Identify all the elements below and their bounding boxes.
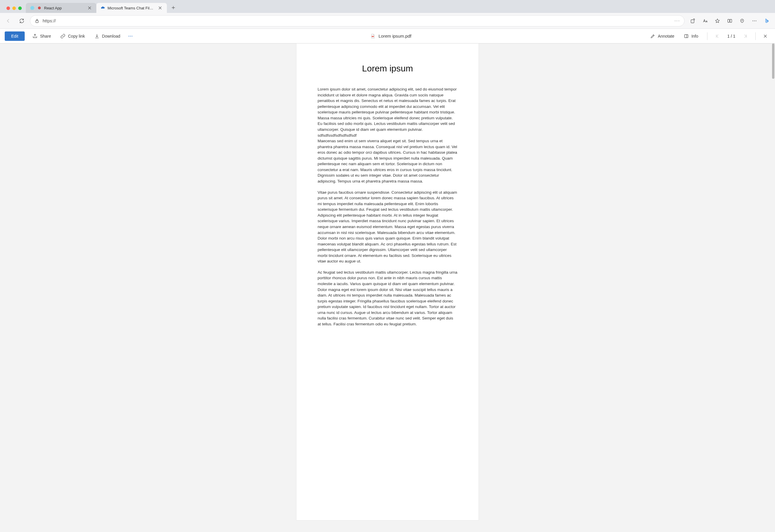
collections-button[interactable] [737, 16, 747, 26]
arrow-left-icon [5, 18, 11, 24]
browser-tab-active[interactable]: Microsoft Teams Chat Files - O [96, 3, 167, 13]
doc-paragraph: Lorem ipsum dolor sit amet, consectetur … [317, 86, 458, 184]
svg-point-14 [132, 36, 132, 36]
info-panel-icon [684, 33, 689, 39]
address-url: https:// [43, 18, 672, 23]
svg-point-4 [38, 7, 41, 9]
react-favicon-icon [30, 6, 35, 10]
new-tab-button[interactable] [169, 3, 178, 12]
chevron-first-icon [715, 33, 720, 39]
prev-page-button[interactable] [712, 31, 722, 41]
download-label: Download [102, 34, 120, 38]
svg-point-13 [130, 36, 131, 36]
close-icon [157, 5, 163, 11]
extensions-button[interactable] [687, 16, 698, 26]
doc-viewer-toolbar: Edit Share Copy link Download Lorem ipsu… [0, 29, 775, 43]
more-horizontal-icon [128, 33, 133, 39]
doc-title: Lorem ipsum [317, 63, 458, 73]
doc-paragraph: Vitae purus faucibus ornare suspendisse.… [317, 189, 458, 264]
nav-back-button[interactable] [3, 16, 14, 26]
more-horizontal-icon [752, 18, 757, 23]
info-label: Info [691, 34, 698, 38]
window-zoom-button[interactable] [18, 6, 22, 10]
svg-point-12 [129, 36, 129, 36]
highlighter-icon [650, 33, 655, 39]
close-viewer-button[interactable] [760, 31, 770, 41]
close-icon [87, 5, 92, 11]
toolbar-divider [755, 32, 756, 40]
tab-title: Microsoft Teams Chat Files - O [107, 6, 155, 10]
edit-label: Edit [11, 34, 18, 38]
browser-tab-strip: React App Microsoft Teams Chat Files - O [0, 0, 775, 13]
next-page-button[interactable] [741, 31, 751, 41]
page-counter: 1 / 1 [723, 34, 739, 38]
tab-title: React App [44, 6, 85, 10]
scrollbar-track [772, 43, 774, 532]
window-controls [2, 6, 26, 13]
pdf-file-icon [370, 33, 375, 39]
toolbar-divider [707, 32, 707, 40]
tab-close-button[interactable] [157, 5, 163, 11]
svg-point-0 [32, 8, 33, 9]
edit-button[interactable]: Edit [5, 31, 25, 41]
download-icon [94, 33, 100, 39]
svg-point-9 [753, 20, 753, 21]
chevron-last-icon [743, 33, 748, 39]
lock-icon [34, 18, 40, 23]
read-aloud-button[interactable] [700, 16, 710, 26]
browser-tab[interactable]: React App [26, 3, 96, 13]
share-button[interactable]: Share [28, 31, 55, 41]
share-icon [32, 33, 38, 39]
tab-close-button[interactable] [87, 5, 92, 11]
browser-toolbar: https:// ··· [0, 13, 775, 29]
svg-point-11 [756, 20, 756, 21]
info-button[interactable]: Info [680, 31, 702, 41]
split-screen-icon [727, 18, 732, 23]
scrollbar-thumb[interactable] [772, 43, 774, 79]
share-label: Share [40, 34, 51, 38]
star-icon [715, 18, 720, 23]
svg-rect-8 [730, 19, 732, 22]
refresh-icon [19, 18, 25, 24]
record-icon [37, 6, 42, 10]
extensions-icon [690, 18, 695, 23]
window-minimize-button[interactable] [12, 6, 16, 10]
copy-link-label: Copy link [68, 34, 85, 38]
nav-refresh-button[interactable] [16, 16, 27, 26]
address-bar[interactable]: https:// ··· [30, 15, 685, 26]
svg-point-10 [754, 20, 755, 21]
copy-link-button[interactable]: Copy link [56, 31, 89, 41]
browser-menu-button[interactable] [749, 16, 760, 26]
link-icon [60, 33, 65, 39]
annotate-button[interactable]: Annotate [646, 31, 678, 41]
doc-page: Lorem ipsum Lorem ipsum dolor sit amet, … [296, 43, 479, 520]
svg-rect-5 [36, 21, 38, 23]
more-actions-button[interactable] [125, 31, 135, 41]
svg-rect-6 [691, 20, 694, 23]
plus-icon [171, 5, 176, 10]
close-icon [763, 33, 768, 39]
bing-button[interactable] [761, 16, 772, 26]
favorites-button[interactable] [712, 16, 723, 26]
doc-paragraph: Ac feugiat sed lectus vestibulum mattis … [317, 270, 458, 327]
text-size-icon [702, 18, 708, 23]
split-screen-button[interactable] [724, 16, 735, 26]
annotate-label: Annotate [658, 34, 674, 38]
address-more-icon[interactable]: ··· [675, 18, 680, 23]
collections-icon [739, 18, 745, 23]
svg-rect-7 [728, 19, 729, 22]
doc-filename: Lorem ipsum.pdf [370, 33, 411, 39]
bing-icon [764, 18, 769, 23]
doc-viewer[interactable]: Lorem ipsum Lorem ipsum dolor sit amet, … [0, 43, 775, 532]
onedrive-favicon-icon [100, 6, 105, 10]
window-close-button[interactable] [6, 6, 10, 10]
svg-rect-15 [685, 34, 688, 38]
download-button[interactable]: Download [90, 31, 124, 41]
doc-filename-text: Lorem ipsum.pdf [378, 33, 411, 38]
